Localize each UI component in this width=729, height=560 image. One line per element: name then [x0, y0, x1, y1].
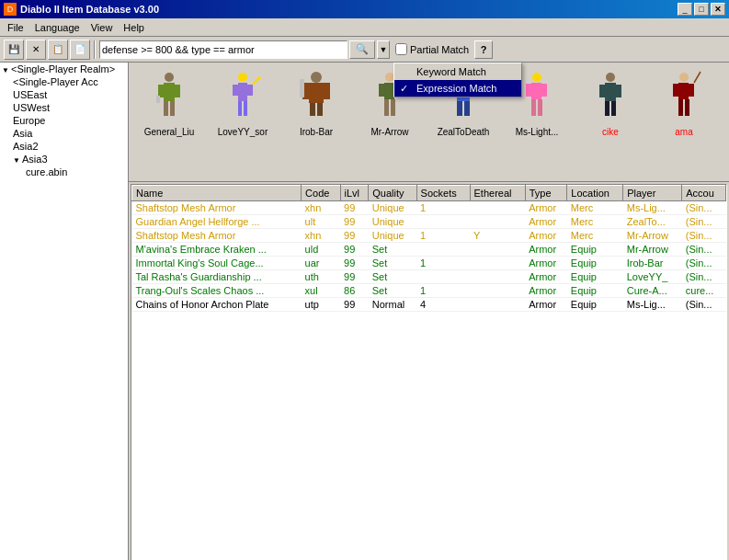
svg-point-37 — [532, 73, 541, 82]
col-header-name[interactable]: Name — [132, 186, 302, 201]
char-item-loveyy-sor[interactable]: LoveYY_sor — [206, 66, 279, 177]
char-item-cike[interactable]: cike — [574, 66, 647, 177]
cell-type: Armor — [525, 257, 567, 270]
menu-help[interactable]: Help — [118, 18, 150, 37]
help-button[interactable]: ? — [474, 40, 493, 59]
tree-item-asia3[interactable]: ▼Asia3 — [0, 153, 128, 166]
close-button[interactable]: ✕ — [711, 3, 725, 16]
menu-file[interactable]: File — [2, 18, 29, 37]
partial-match-checkbox[interactable] — [395, 43, 407, 55]
col-header-ilvl[interactable]: iLvl — [340, 186, 369, 201]
table-row[interactable]: Tal Rasha's Guardianship ...uth99SetArmo… — [132, 270, 726, 284]
table-row[interactable]: Shaftstop Mesh Armorxhn99Unique1YArmorMe… — [132, 229, 726, 243]
search-dropdown-arrow[interactable]: ▼ — [377, 40, 390, 59]
close-toolbar-button[interactable]: ✕ — [26, 40, 46, 60]
col-header-quality[interactable]: Quality — [369, 186, 416, 201]
cell-code: uar — [302, 257, 340, 270]
copy-button[interactable]: 📋 — [48, 40, 68, 60]
char-sprite-irob-bar — [294, 68, 338, 127]
char-name-loveyy-sor: LoveYY_sor — [218, 127, 268, 137]
col-header-type[interactable]: Type — [525, 186, 567, 201]
col-header-account[interactable]: Accou — [682, 186, 726, 201]
cell-ilvl: 99 — [340, 243, 369, 257]
search-button[interactable]: 🔍 — [349, 40, 375, 59]
search-dropdown-menu: Keyword Match Expression Match — [393, 63, 522, 97]
table-row[interactable]: Guardian Angel Hellforge ...ult99UniqueA… — [132, 215, 726, 229]
cell-name: Guardian Angel Hellforge ... — [132, 215, 302, 229]
cell-account: cure... — [682, 284, 726, 298]
cell-name: Shaftstop Mesh Armor — [132, 201, 302, 215]
table-row[interactable]: M'avina's Embrace Kraken ...uld99SetArmo… — [132, 243, 726, 257]
cell-account: (Sin... — [682, 298, 726, 312]
expression-match-option[interactable]: Expression Match — [394, 80, 521, 97]
cell-type: Armor — [525, 243, 567, 257]
search-icon: 🔍 — [356, 43, 369, 55]
menu-view[interactable]: View — [85, 18, 119, 37]
table-row[interactable]: Chains of Honor Archon Plateutp99Normal4… — [132, 298, 726, 312]
char-item-ama[interactable]: ama — [647, 66, 721, 177]
cell-player: LoveYY_ — [623, 270, 682, 284]
col-header-location[interactable]: Location — [567, 186, 623, 201]
svg-rect-9 — [233, 85, 238, 96]
svg-rect-20 — [317, 103, 323, 116]
char-name-cike: cike — [602, 127, 619, 137]
table-row[interactable]: Immortal King's Soul Cage...uar99Set1Arm… — [132, 257, 726, 270]
svg-rect-3 — [175, 85, 180, 97]
cell-name: Trang-Oul's Scales Chaos ... — [132, 284, 302, 298]
cell-location: Merc — [567, 215, 623, 229]
svg-rect-2 — [158, 85, 164, 97]
svg-rect-24 — [379, 84, 384, 97]
tree-item-useast[interactable]: USEast — [0, 88, 128, 101]
cell-ethereal — [470, 257, 525, 270]
paste-button[interactable]: 📄 — [70, 40, 90, 60]
svg-line-55 — [694, 72, 701, 83]
cell-name: Tal Rasha's Guardianship ... — [132, 270, 302, 284]
svg-rect-18 — [324, 83, 330, 99]
svg-rect-45 — [599, 85, 605, 97]
cell-sockets: 1 — [416, 257, 470, 270]
content-area: General_Liu LoveYY_sor — [129, 63, 729, 560]
tree-item-singleplayer-acc[interactable]: <Single-Player Acc — [0, 75, 128, 88]
cell-code: ult — [302, 215, 340, 229]
partial-match-container: Partial Match — [395, 43, 469, 55]
col-header-sockets[interactable]: Sockets — [416, 186, 470, 201]
svg-rect-51 — [673, 84, 678, 97]
tree-item-asia2[interactable]: Asia2 — [0, 140, 128, 153]
char-item-irob-bar[interactable]: Irob-Bar — [279, 66, 353, 177]
cell-account: (Sin... — [682, 257, 726, 270]
save-button[interactable]: 💾 — [4, 40, 24, 60]
col-header-ethereal[interactable]: Ethereal — [470, 186, 525, 201]
menu-language[interactable]: Language — [29, 18, 85, 37]
minimize-button[interactable]: _ — [678, 3, 692, 16]
svg-point-0 — [165, 73, 174, 82]
cell-player: Mr-Arrow — [623, 229, 682, 243]
tree-item-cure-abin[interactable]: cure.abin — [0, 166, 128, 178]
char-sprite-cike — [588, 68, 632, 127]
cell-account: (Sin... — [682, 270, 726, 284]
cell-account: (Sin... — [682, 215, 726, 229]
cell-account: (Sin... — [682, 229, 726, 243]
svg-rect-48 — [611, 101, 616, 116]
cell-name: Shaftstop Mesh Armor — [132, 229, 302, 243]
table-row[interactable]: Shaftstop Mesh Armorxhn99Unique1ArmorMer… — [132, 201, 726, 215]
svg-rect-8 — [238, 83, 247, 101]
cell-type: Armor — [525, 229, 567, 243]
cell-player: Irob-Bar — [623, 257, 682, 270]
svg-rect-39 — [526, 84, 531, 97]
maximize-button[interactable]: □ — [694, 3, 709, 16]
svg-point-43 — [606, 73, 615, 82]
tree-item-europe[interactable]: Europe — [0, 114, 128, 127]
char-name-general-liu: General_Liu — [144, 127, 194, 137]
char-sprite-general-liu — [147, 68, 191, 127]
col-header-player[interactable]: Player — [623, 186, 682, 201]
col-header-code[interactable]: Code — [302, 186, 340, 201]
table-row[interactable]: Trang-Oul's Scales Chaos ...xul86Set1Arm… — [132, 284, 726, 298]
app-icon: D — [4, 3, 17, 16]
svg-point-49 — [679, 73, 689, 82]
tree-item-singleplayer-realm[interactable]: ▼<Single-Player Realm> — [0, 63, 128, 75]
tree-item-uswest[interactable]: USWest — [0, 101, 128, 114]
tree-item-asia[interactable]: Asia — [0, 127, 128, 140]
keyword-match-option[interactable]: Keyword Match — [394, 63, 521, 80]
char-item-general-liu[interactable]: General_Liu — [132, 66, 206, 177]
search-input[interactable] — [99, 40, 347, 59]
